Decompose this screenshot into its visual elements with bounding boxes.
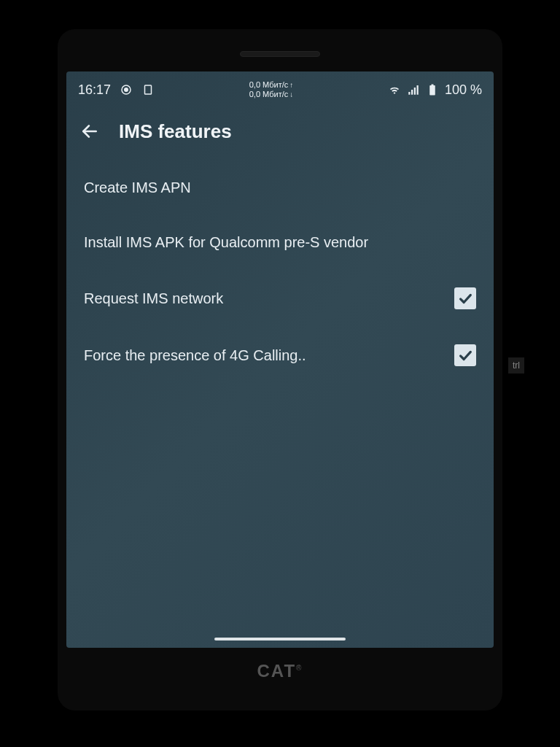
setting-label: Create IMS APN [84,178,203,198]
signal-icon [407,83,420,96]
side-label: trl [508,357,524,374]
checkbox-checked[interactable] [454,287,476,309]
settings-list: Create IMS APN Install IMS APK for Qualc… [66,160,494,384]
setting-label: Force the presence of 4G Calling.. [84,346,318,365]
svg-rect-3 [408,92,410,95]
target-icon [120,83,133,96]
svg-rect-2 [145,85,152,94]
phone-screen: 16:17 0,0 Мбит/с ↑ [66,71,494,648]
setting-label: Install IMS APK for Qualcomm pre-S vendo… [84,233,380,252]
status-right: 100 % [388,82,482,98]
svg-rect-4 [411,90,413,95]
svg-rect-7 [429,85,435,96]
wifi-icon [388,83,401,96]
net-down-label: 0,0 Мбит/с [249,90,289,99]
phone-frame: 16:17 0,0 Мбит/с ↑ [58,29,502,711]
network-speed: 0,0 Мбит/с ↑ 0,0 Мбит/с ↓ [249,80,294,99]
phone-speaker [240,51,320,57]
nav-home-indicator[interactable] [214,638,346,640]
setting-label: Request IMS network [84,289,235,309]
svg-point-1 [125,88,128,92]
back-button[interactable] [78,120,101,143]
setting-install-ims-apk[interactable]: Install IMS APK for Qualcomm pre-S vendo… [81,215,479,270]
battery-percent: 100 % [445,82,482,98]
status-bar: 16:17 0,0 Мбит/с ↑ [66,71,494,105]
net-up-label: 0,0 Мбит/с [249,80,289,90]
setting-force-4g-calling[interactable]: Force the presence of 4G Calling.. [81,327,479,384]
svg-rect-5 [414,88,416,95]
status-left: 16:17 [78,82,155,98]
arrow-down-icon: ↓ [289,90,293,99]
arrow-up-icon: ↑ [289,81,293,90]
svg-rect-8 [431,85,433,86]
status-time: 16:17 [78,82,111,98]
setting-request-ims-network[interactable]: Request IMS network [81,270,479,327]
setting-create-ims-apn[interactable]: Create IMS APN [81,160,479,215]
page-title: IMS features [119,120,232,143]
app-bar: IMS features [66,105,494,160]
brand-logo: CAT® [66,661,494,681]
checkbox-checked[interactable] [454,344,476,366]
card-icon [141,83,155,96]
battery-icon [426,83,439,96]
svg-rect-6 [416,85,418,95]
